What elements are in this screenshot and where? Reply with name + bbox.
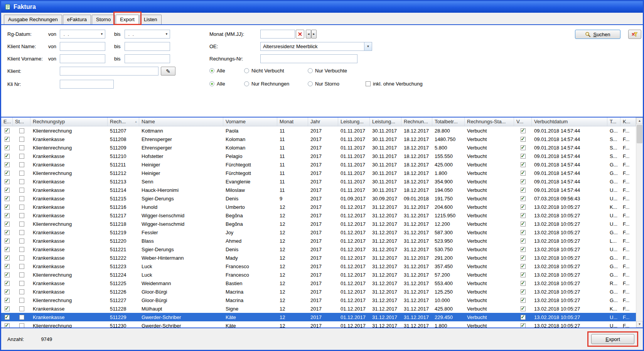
column-header-v[interactable]: V... — [514, 118, 532, 126]
column-header-totalbetr[interactable]: Totalbetr... — [432, 118, 465, 126]
table-row[interactable]: Krankenkasse511229Gwerder-SchriberKäte12… — [1, 313, 636, 321]
st-checkbox[interactable] — [19, 205, 24, 210]
table-row[interactable]: Krankenkasse511228MülhauptSigne12201701.… — [1, 304, 636, 313]
column-header-vorname[interactable]: Vorname — [223, 118, 277, 126]
v-checkbox[interactable] — [521, 137, 526, 142]
vertical-scrollbar[interactable]: ▲ ▼ — [636, 118, 643, 327]
v-checkbox[interactable] — [521, 222, 526, 227]
v-checkbox[interactable] — [521, 171, 526, 176]
inkl-ohne-verbuchung-checkbox-item[interactable]: inkl. ohne Verbuchung — [366, 81, 423, 87]
scrollbar-thumb[interactable] — [637, 125, 642, 143]
klient-input[interactable] — [60, 67, 158, 76]
e-checkbox[interactable] — [5, 281, 10, 286]
v-checkbox[interactable] — [521, 247, 526, 252]
rg-datum-bis-input[interactable]: . . ▼ — [125, 30, 170, 39]
radio-nur-rechnungen[interactable]: Nur Rechnungen — [244, 81, 308, 87]
st-checkbox[interactable] — [19, 255, 24, 260]
table-row[interactable]: Klientenrechnung511207KottmannPaola11201… — [1, 126, 636, 135]
st-checkbox[interactable] — [19, 289, 24, 294]
st-checkbox[interactable] — [19, 145, 24, 150]
column-header-jahr[interactable]: Jahr — [308, 118, 338, 126]
rechnungs-nr-input[interactable] — [260, 54, 357, 63]
klient-vorname-bis-input[interactable] — [125, 54, 170, 63]
e-checkbox[interactable] — [5, 154, 10, 159]
v-checkbox[interactable] — [521, 281, 526, 286]
st-checkbox[interactable] — [19, 247, 24, 252]
monat-input[interactable] — [260, 30, 295, 39]
st-checkbox[interactable] — [19, 213, 24, 218]
table-row[interactable]: Krankenkasse511216HunoldUmberto12201701.… — [1, 203, 636, 211]
v-checkbox[interactable] — [521, 179, 526, 184]
tab-export[interactable]: Export — [116, 15, 139, 24]
e-checkbox[interactable] — [5, 264, 10, 269]
column-header-t[interactable]: T... — [607, 118, 620, 126]
column-header-k[interactable]: K... — [620, 118, 636, 126]
klient-name-von-input[interactable] — [60, 42, 105, 51]
radio-alle[interactable]: Alle — [209, 81, 244, 87]
table-row[interactable]: Krankenkasse511211HeinigerFürchtegott112… — [1, 160, 636, 169]
e-checkbox[interactable] — [5, 230, 10, 235]
e-checkbox[interactable] — [5, 213, 10, 218]
tab-storno[interactable]: Storno — [92, 15, 115, 24]
v-checkbox[interactable] — [521, 188, 526, 193]
v-checkbox[interactable] — [521, 306, 526, 311]
e-checkbox[interactable] — [5, 298, 10, 303]
column-header-st[interactable]: St... — [13, 118, 30, 126]
column-header-leistung[interactable]: Leistung... — [338, 118, 370, 126]
e-checkbox[interactable] — [5, 162, 10, 167]
table-row[interactable]: Klientenrechnung511212HeinigerFürchtegot… — [1, 169, 636, 177]
e-checkbox[interactable] — [5, 171, 10, 176]
e-checkbox[interactable] — [5, 137, 10, 142]
e-checkbox[interactable] — [5, 255, 10, 260]
column-header-leistung[interactable]: Leistung... — [370, 118, 401, 126]
table-row[interactable]: Krankenkasse511217Wigger-IsenschmidBegõn… — [1, 211, 636, 220]
kli-nr-input[interactable] — [60, 80, 114, 89]
tab-ausgabe-rechnungen[interactable]: Ausgabe Rechnungen — [4, 15, 62, 24]
column-header-rechnungstyp[interactable]: Rechnungstyp — [30, 118, 108, 126]
e-checkbox[interactable] — [5, 289, 10, 294]
st-checkbox[interactable] — [19, 128, 24, 133]
column-header-rechnungs-sta[interactable]: Rechnungs-Sta... — [465, 118, 514, 126]
e-checkbox[interactable] — [5, 247, 10, 252]
export-button[interactable]: Export — [591, 334, 634, 344]
table-row[interactable]: Krankenkasse511214Hauck-HieronimiMilosla… — [1, 186, 636, 194]
st-checkbox[interactable] — [19, 171, 24, 176]
v-checkbox[interactable] — [521, 255, 526, 260]
table-row[interactable]: Krankenkasse511225WeidenmannBastien12201… — [1, 279, 636, 287]
chevron-down-icon[interactable]: ▼ — [364, 42, 372, 50]
monat-next-button[interactable]: ► — [311, 30, 317, 39]
v-checkbox[interactable] — [521, 196, 526, 201]
klient-edit-button[interactable]: ✎ — [161, 67, 175, 76]
e-checkbox[interactable] — [5, 222, 10, 227]
st-checkbox[interactable] — [19, 222, 24, 227]
radio-alle[interactable]: Alle — [209, 68, 244, 74]
table-row[interactable]: Krankenkasse511208EhrenspergerKoloman112… — [1, 135, 636, 143]
tab-listen[interactable]: Listen — [140, 15, 162, 24]
rg-datum-von-input[interactable]: . . ▼ — [60, 30, 105, 39]
st-checkbox[interactable] — [19, 162, 24, 167]
e-checkbox[interactable] — [5, 238, 10, 244]
st-checkbox[interactable] — [19, 272, 24, 277]
table-row[interactable]: Krankenkasse511222Weber-HintermannMady12… — [1, 254, 636, 262]
inkl-checkbox[interactable] — [366, 81, 371, 86]
column-header-rech[interactable]: Rech...▲ — [108, 118, 139, 126]
table-row[interactable]: Krankenkasse511219FesslerJoy12201701.12.… — [1, 228, 636, 237]
v-checkbox[interactable] — [521, 238, 526, 244]
radio-nur-storno[interactable]: Nur Storno — [308, 81, 366, 87]
klient-vorname-von-input[interactable] — [60, 54, 105, 63]
table-row[interactable]: Krankenkasse511223LuckFrancesco12201701.… — [1, 262, 636, 270]
column-header-rechnun[interactable]: Rechnun... — [401, 118, 432, 126]
e-checkbox[interactable] — [5, 188, 10, 193]
st-checkbox[interactable] — [19, 188, 24, 193]
e-checkbox[interactable] — [5, 272, 10, 277]
table-row[interactable]: Krankenkasse511220BlassAhmed12201701.12.… — [1, 237, 636, 245]
table-row[interactable]: Klientenrechnung511209EhrenspergerKoloma… — [1, 143, 636, 152]
e-checkbox[interactable] — [5, 306, 10, 311]
radio-nur-verbuchte[interactable]: Nur Verbuchte — [308, 68, 366, 74]
column-header-monat[interactable]: Monat — [277, 118, 308, 126]
v-checkbox[interactable] — [521, 162, 526, 167]
e-checkbox[interactable] — [5, 323, 10, 328]
klient-name-bis-input[interactable] — [125, 42, 170, 51]
v-checkbox[interactable] — [521, 264, 526, 269]
monat-prev-button[interactable]: ◄ — [306, 30, 311, 39]
